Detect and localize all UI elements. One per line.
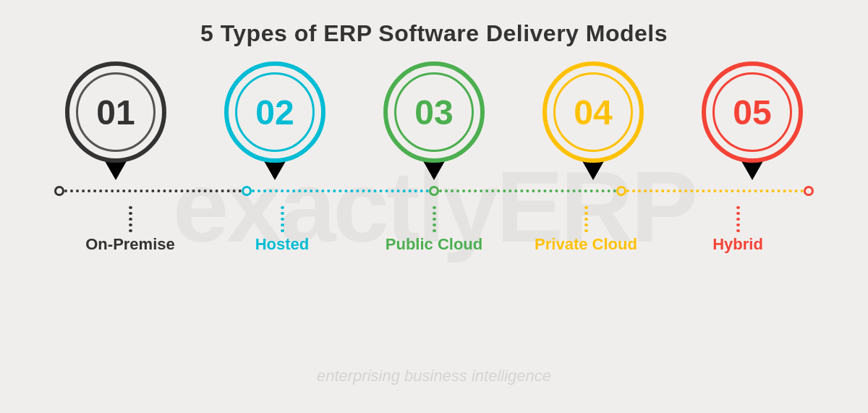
vert-dot-item-1 xyxy=(54,203,206,232)
label-item-3: Public Cloud xyxy=(358,235,510,254)
pin-item-4: 04 xyxy=(514,61,673,180)
connector-line-1-2 xyxy=(64,190,242,192)
label-text-5: Hybrid xyxy=(712,235,763,254)
watermark-subtitle: enterprising business intelligence xyxy=(317,367,551,386)
vert-dotted-1 xyxy=(129,203,132,232)
label-text-2: Hosted xyxy=(255,235,310,254)
pin-item-3: 03 xyxy=(354,61,514,180)
connector-line-3-4 xyxy=(439,190,616,192)
pin-number-4: 04 xyxy=(574,93,612,132)
connector-dot-4 xyxy=(616,186,626,196)
pin-item-2: 02 xyxy=(195,61,354,180)
vert-dotted-2 xyxy=(281,203,284,232)
pin-shape-5: 05 xyxy=(702,61,803,163)
connector-dot-2 xyxy=(242,186,252,196)
pin-number-3: 03 xyxy=(414,93,453,132)
connector-line-2-3 xyxy=(252,190,429,192)
pin-pointer-5 xyxy=(741,160,764,180)
pin-pointer-3 xyxy=(422,160,446,180)
pin-shape-2: 02 xyxy=(224,61,326,163)
labels-row: On-Premise Hosted Public Cloud Private C… xyxy=(54,235,814,254)
vert-dotted-4 xyxy=(584,203,588,232)
pin-shape-4: 04 xyxy=(542,61,644,163)
pin-pointer-2 xyxy=(263,160,286,180)
label-text-1: On-Premise xyxy=(85,235,175,254)
vert-dot-item-4 xyxy=(510,203,662,232)
label-item-2: Hosted xyxy=(206,235,358,254)
vert-dot-item-3 xyxy=(358,203,510,232)
pin-item-5: 05 xyxy=(673,61,832,180)
connector-dot-1 xyxy=(54,186,64,196)
vert-dot-item-5 xyxy=(662,203,814,232)
pin-number-1: 01 xyxy=(96,93,135,132)
label-item-4: Private Cloud xyxy=(510,235,662,254)
vert-dotted-5 xyxy=(736,203,740,232)
label-item-1: On-Premise xyxy=(54,235,206,254)
connector-row xyxy=(54,180,814,202)
pins-row: 01 02 03 04 xyxy=(0,61,868,180)
label-text-3: Public Cloud xyxy=(386,235,482,254)
pin-pointer-4 xyxy=(582,160,605,180)
connector-dot-5 xyxy=(804,186,814,196)
pin-shape-3: 03 xyxy=(383,61,485,163)
diagram-area: 01 02 03 04 xyxy=(0,61,868,254)
vertical-dots-row xyxy=(54,203,814,232)
pin-shape-1: 01 xyxy=(65,61,166,163)
vert-dot-item-2 xyxy=(206,203,358,232)
pin-item-1: 01 xyxy=(36,61,195,180)
vert-dotted-3 xyxy=(433,203,436,232)
page-title: 5 Types of ERP Software Delivery Models xyxy=(0,0,868,54)
pin-number-2: 02 xyxy=(255,93,294,132)
label-text-4: Private Cloud xyxy=(535,235,637,254)
connector-dot-3 xyxy=(429,186,439,196)
pin-pointer-1 xyxy=(104,160,127,180)
label-item-5: Hybrid xyxy=(662,235,814,254)
pin-number-5: 05 xyxy=(733,93,771,132)
connector-line-4-5 xyxy=(626,190,804,192)
